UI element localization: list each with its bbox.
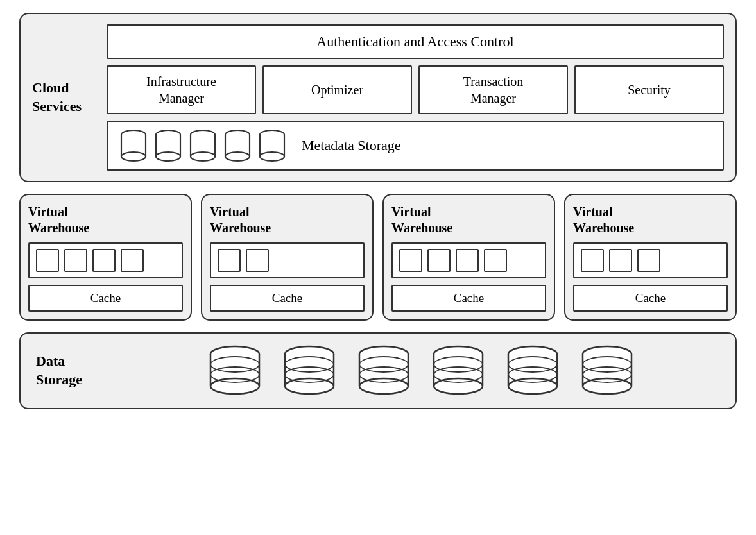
data-cylinders (122, 345, 720, 396)
security-box: Security (574, 65, 724, 114)
virtual-warehouse-2: VirtualWarehouse Cache (201, 194, 374, 321)
vw-4-nodes (573, 242, 728, 278)
vw-3-node-4 (484, 249, 507, 272)
data-cylinder-4 (430, 345, 486, 396)
svg-point-50 (434, 378, 483, 394)
metadata-cylinder-4 (223, 128, 252, 163)
svg-point-64 (583, 378, 631, 394)
vw-1-nodes (28, 242, 183, 278)
infrastructure-manager-box: InfrastructureManager (107, 65, 256, 114)
metadata-storage-row: Metadata Storage (107, 121, 724, 171)
virtual-warehouse-1: VirtualWarehouse Cache (19, 194, 192, 321)
vw-4-node-2 (609, 249, 632, 272)
vw-3-title: VirtualWarehouse (391, 204, 546, 236)
cloud-services-section: CloudServices Authentication and Access … (19, 13, 737, 182)
vw-2-cache: Cache (210, 285, 365, 312)
svg-point-19 (225, 152, 250, 161)
svg-point-14 (191, 152, 215, 161)
cloud-services-inner: Authentication and Access Control Infras… (107, 24, 724, 171)
virtual-warehouses-row: VirtualWarehouse Cache VirtualWarehouse … (19, 194, 737, 321)
metadata-cylinder-5 (258, 128, 286, 163)
data-storage-label: DataStorage (36, 352, 107, 389)
services-row: InfrastructureManager Optimizer Transact… (107, 65, 724, 114)
metadata-cylinder-2 (154, 128, 182, 163)
vw-1-cache: Cache (28, 285, 183, 312)
vw-1-node-4 (121, 249, 144, 272)
auth-access-control-box: Authentication and Access Control (107, 24, 724, 59)
metadata-cylinders (119, 128, 286, 163)
vw-2-node-2 (246, 249, 269, 272)
svg-point-9 (156, 152, 180, 161)
vw-2-title: VirtualWarehouse (210, 204, 365, 236)
virtual-warehouse-4: VirtualWarehouse Cache (564, 194, 737, 321)
data-cylinder-5 (504, 345, 561, 396)
transaction-manager-box: TransactionManager (418, 65, 568, 114)
data-cylinder-3 (356, 345, 412, 396)
svg-point-4 (121, 152, 146, 161)
vw-1-title: VirtualWarehouse (28, 204, 183, 236)
data-cylinder-2 (281, 345, 338, 396)
cloud-services-label: CloudServices (32, 79, 96, 115)
vw-4-title: VirtualWarehouse (573, 204, 728, 236)
svg-point-57 (508, 378, 557, 394)
vw-4-node-3 (637, 249, 660, 272)
data-cylinder-1 (207, 345, 263, 396)
metadata-cylinder-3 (189, 128, 217, 163)
virtual-warehouse-3: VirtualWarehouse Cache (382, 194, 555, 321)
svg-point-24 (260, 152, 284, 161)
vw-3-node-1 (399, 249, 422, 272)
data-storage-section: DataStorage (19, 332, 737, 409)
vw-3-node-2 (427, 249, 451, 272)
vw-4-node-1 (581, 249, 604, 272)
data-cylinder-6 (579, 345, 635, 396)
metadata-cylinder-1 (119, 128, 148, 163)
vw-3-cache: Cache (391, 285, 546, 312)
svg-point-43 (359, 378, 408, 394)
vw-1-node-1 (36, 249, 59, 272)
vw-1-node-3 (92, 249, 116, 272)
svg-point-36 (285, 378, 334, 394)
vw-3-nodes (391, 242, 546, 278)
vw-4-cache: Cache (573, 285, 728, 312)
metadata-storage-label: Metadata Storage (302, 137, 401, 154)
vw-2-nodes (210, 242, 365, 278)
vw-1-node-2 (64, 249, 87, 272)
auth-access-control-label: Authentication and Access Control (316, 33, 513, 49)
optimizer-box: Optimizer (262, 65, 412, 114)
svg-point-29 (210, 378, 259, 394)
vw-2-node-1 (218, 249, 241, 272)
vw-3-node-3 (456, 249, 479, 272)
